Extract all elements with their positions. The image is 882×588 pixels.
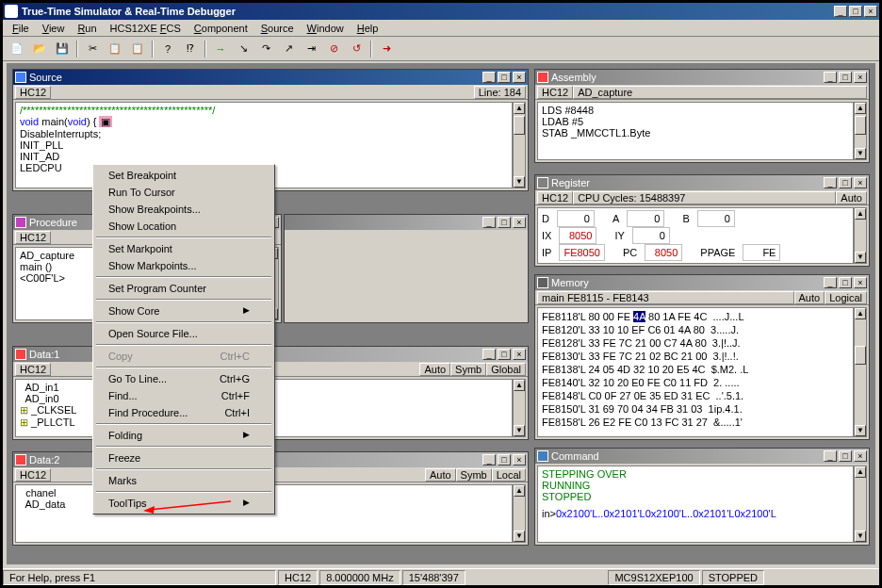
run-button[interactable]: → (210, 40, 231, 58)
ctx-marks[interactable]: Marks (95, 472, 272, 489)
step-asm-button[interactable]: ⇥ (301, 40, 321, 58)
ctx-show-core[interactable]: Show Core▶ (95, 302, 272, 319)
new-button[interactable]: 📄 (7, 40, 27, 58)
ctx-set-markpoint[interactable]: Set Markpoint (95, 240, 272, 257)
svg-line-0 (149, 501, 231, 510)
source-scrollbar[interactable]: ▲▼ (513, 102, 526, 188)
menu-source[interactable]: Source (255, 21, 300, 36)
data-icon (15, 454, 26, 466)
maximize-button[interactable]: □ (849, 6, 862, 17)
open-button[interactable]: 📂 (29, 40, 50, 58)
main-titlebar: True-Time Simulator & Real-Time Debugger… (3, 3, 879, 20)
menu-run[interactable]: Run (72, 21, 102, 36)
panel-min[interactable]: _ (482, 72, 496, 83)
marks-arrow-annotation (141, 498, 236, 516)
menu-file[interactable]: File (7, 21, 35, 36)
ctx-set-program-counter[interactable]: Set Program Counter (95, 280, 272, 297)
command-panel: Command _□× STEPPING OVER RUNNING STOPPE… (534, 448, 870, 546)
panel-close[interactable]: × (513, 72, 526, 83)
ctx-run-to-cursor[interactable]: Run To Cursor (95, 184, 272, 201)
memory-title[interactable]: Memory _□× (535, 275, 869, 290)
source-panel-title[interactable]: Source _□× (13, 70, 528, 85)
exit-button[interactable]: ➜ (376, 40, 397, 58)
ctx-copy: CopyCtrl+C (95, 348, 272, 365)
ctx-go-to-line-[interactable]: Go To Line...Ctrl+G (95, 370, 272, 387)
ctx-show-location[interactable]: Show Location (95, 218, 272, 235)
minimize-button[interactable]: _ (834, 6, 847, 17)
ctx-freeze[interactable]: Freeze (95, 449, 272, 466)
toolbar: 📄 📂 💾 ✂ 📋 📋 ? ⁉ → ↘ ↷ ↗ ⇥ ⊘ ↺ ➜ (3, 37, 879, 61)
paste-button[interactable]: 📋 (127, 40, 148, 58)
status-cycles: 15'488'397 (402, 570, 466, 585)
register-title[interactable]: Register _□× (535, 175, 869, 190)
command-title[interactable]: Command _□× (535, 449, 869, 464)
app-icon (5, 5, 18, 18)
window-title: True-Time Simulator & Real-Time Debugger (22, 6, 834, 17)
ctx-set-breakpoint[interactable]: Set Breakpoint (95, 167, 272, 184)
memory-panel: Memory _□× main FE8115 - FE8143 Auto Log… (534, 274, 870, 440)
step-out-button[interactable]: ↗ (278, 40, 299, 58)
status-state: STOPPED (702, 570, 764, 585)
source-context-menu[interactable]: Set BreakpointRun To CursorShow Breakpoi… (92, 164, 275, 514)
source-icon (15, 72, 26, 83)
copy-button[interactable]: 📋 (105, 40, 125, 58)
source-line: Line: 184 (474, 86, 526, 99)
command-icon (537, 450, 548, 462)
menubar: File View Run HCS12XE FCS Component Sour… (3, 20, 879, 37)
reset-button[interactable]: ↺ (346, 40, 367, 58)
register-icon (537, 177, 548, 188)
status-chip: HC12 (278, 570, 318, 585)
ctx-find-procedure-[interactable]: Find Procedure...Ctrl+I (95, 404, 272, 421)
memory-body[interactable]: FE8118'L 80 00 FE 4A 80 1A FE 4C ....J..… (537, 307, 854, 437)
menu-window[interactable]: Window (302, 21, 350, 36)
ctx-folding[interactable]: Folding▶ (95, 427, 272, 444)
assembly-title[interactable]: Assembly _□× (535, 70, 869, 85)
close-button[interactable]: × (864, 6, 877, 17)
procedure-icon (15, 217, 26, 228)
memory-icon (537, 277, 548, 288)
data-icon (15, 349, 26, 360)
ctx-show-breakpoints-[interactable]: Show Breakpoints... (95, 201, 272, 218)
source-chip: HC12 (15, 86, 51, 99)
help-button[interactable]: ? (157, 40, 178, 58)
assembly-panel: Assembly _□× HC12 AD_capture LDS #8448 L… (534, 69, 870, 163)
ctx-show-markpoints-[interactable]: Show Markpoints... (95, 257, 272, 274)
halt-button[interactable]: ⊘ (323, 40, 344, 58)
save-button[interactable]: 💾 (52, 40, 73, 58)
cut-button[interactable]: ✂ (82, 40, 103, 58)
command-body[interactable]: STEPPING OVER RUNNING STOPPED in>0x2100'… (537, 466, 854, 543)
ctx-open-source-file-[interactable]: Open Source File... (95, 325, 272, 342)
register-panel: Register _□× HC12 CPU Cycles: 15488397 A… (534, 174, 870, 267)
statusbar: For Help, press F1 HC12 8.000000 MHz 15'… (3, 568, 879, 585)
menu-component[interactable]: Component (188, 21, 253, 36)
menu-help[interactable]: Help (351, 21, 384, 36)
assembly-icon (537, 72, 548, 83)
svg-marker-1 (143, 506, 155, 514)
status-freq: 8.000000 MHz (319, 570, 400, 585)
assembly-body[interactable]: LDS #8448 LDAB #5 STAB _MMCCTL1.Byte (537, 102, 854, 160)
step-into-button[interactable]: ↘ (233, 40, 253, 58)
menu-hcs12xe[interactable]: HCS12XE FCS (105, 21, 187, 36)
hidden-panel-1: _□× (284, 214, 529, 323)
menu-view[interactable]: View (37, 21, 71, 36)
status-mcu: MC9S12XEP100 (608, 570, 699, 585)
register-body[interactable]: D0 A0 B0 IX8050 IY0 IPFE8050 PC8050 PPAG… (537, 207, 854, 264)
panel-max[interactable]: □ (498, 72, 511, 83)
ctx-find-[interactable]: Find...Ctrl+F (95, 387, 272, 404)
status-help: For Help, press F1 (3, 570, 276, 585)
step-over-button[interactable]: ↷ (255, 40, 276, 58)
context-help-button[interactable]: ⁉ (180, 40, 201, 58)
